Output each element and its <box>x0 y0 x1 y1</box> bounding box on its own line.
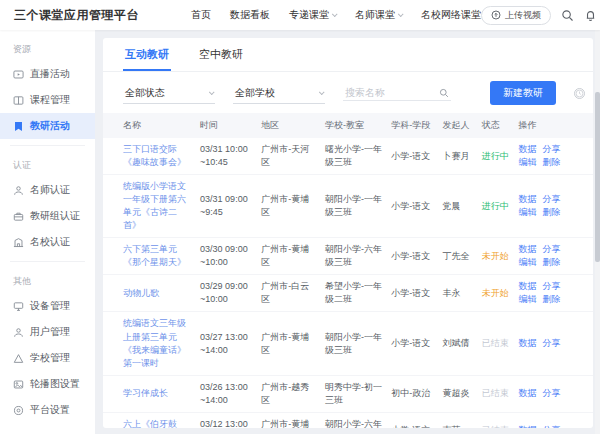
school-filter-value: 全部学校 <box>235 86 275 100</box>
content-card: 互动教研 空中教研 全部状态 全部学校 <box>103 38 593 428</box>
row-region: 广州市-天河区 <box>257 138 321 175</box>
row-name-link[interactable]: 六下第三单元《那个星期天》 <box>103 238 196 275</box>
row-status-cell: 未开始 <box>478 238 515 275</box>
tab-interactive-research[interactable]: 互动教研 <box>123 38 171 71</box>
status-filter-value: 全部状态 <box>125 86 165 100</box>
nav-item-label: 数据看板 <box>230 8 270 22</box>
chevron-down-icon <box>332 11 338 17</box>
sidebar-item-teacher-cert[interactable]: 名师认证 <box>0 177 95 203</box>
delete-action[interactable]: 删除 <box>543 156 561 169</box>
help-clock-icon[interactable] <box>574 88 585 99</box>
row-time: 03/26 13:00 ~14:00 <box>196 375 257 412</box>
column-header-0: 名称 <box>103 113 196 138</box>
filter-bar: 全部状态 全部学校 新建教研 <box>103 72 593 113</box>
data-action[interactable]: 数据 <box>519 193 537 206</box>
page-scrollbar[interactable] <box>595 30 600 434</box>
row-time: 03/29 09:00 ~10:00 <box>196 275 257 312</box>
row-name-link[interactable]: 统编版小学语文一年级下册第六单元《古诗二首》 <box>103 175 196 238</box>
share-action[interactable]: 分享 <box>543 424 561 428</box>
sidebar-item-carousel[interactable]: 轮播图设置 <box>0 371 95 397</box>
sidebar-item-platform[interactable]: 平台设置 <box>0 397 95 423</box>
gear-icon <box>13 405 24 416</box>
data-action[interactable]: 数据 <box>519 243 537 256</box>
data-action[interactable]: 数据 <box>519 337 537 350</box>
share-action[interactable]: 分享 <box>543 143 561 156</box>
sidebar-item-live[interactable]: 直播活动 <box>0 61 95 87</box>
row-time: 03/12 13:00 ~14:00 <box>196 412 257 428</box>
status-filter-select[interactable]: 全部状态 <box>123 83 215 104</box>
row-actions-cell: 数据分享 <box>515 312 593 375</box>
nav-item-school-network-class[interactable]: 名校网络课堂 <box>421 8 481 22</box>
sidebar-item-research[interactable]: 教研活动 <box>0 113 95 139</box>
row-name-link[interactable]: 三下口语交际《趣味故事会》 <box>103 138 196 175</box>
edit-action[interactable]: 编辑 <box>519 293 537 306</box>
share-action[interactable]: 分享 <box>543 193 561 206</box>
school-filter-select[interactable]: 全部学校 <box>233 83 325 104</box>
new-research-button[interactable]: 新建教研 <box>490 81 556 105</box>
row-region: 广州市-黄埔区 <box>257 412 321 428</box>
nav-item-teacher-class[interactable]: 名师课堂 <box>355 8 402 22</box>
column-header-2: 地区 <box>257 113 321 138</box>
building-icon <box>13 237 24 248</box>
live-video-icon <box>13 69 24 80</box>
sidebar-item-group-cert[interactable]: 教研组认证 <box>0 203 95 229</box>
search-input-icon[interactable] <box>439 88 449 98</box>
sidebar-section-label: 其他 <box>0 268 95 293</box>
share-action[interactable]: 分享 <box>543 337 561 350</box>
sidebar-item-label: 名校认证 <box>30 235 70 249</box>
upload-video-button[interactable]: 上传视频 <box>481 6 551 25</box>
row-name-link[interactable]: 统编语文三年级上册第三单元《我来编童话》第一课时 <box>103 312 196 375</box>
tab-bar: 互动教研 空中教研 <box>103 38 593 72</box>
sidebar-item-user[interactable]: 用户管理 <box>0 319 95 345</box>
status-badge: 已结束 <box>482 338 509 348</box>
edit-action[interactable]: 编辑 <box>519 206 537 219</box>
upload-video-label: 上传视频 <box>505 9 541 22</box>
edit-action[interactable]: 编辑 <box>519 256 537 269</box>
sidebar-item-school[interactable]: 学校管理 <box>0 345 95 371</box>
sidebar-item-label: 课程管理 <box>30 93 70 107</box>
data-action[interactable]: 数据 <box>519 424 537 428</box>
data-action[interactable]: 数据 <box>519 387 537 400</box>
data-action[interactable]: 数据 <box>519 143 537 156</box>
row-name-link[interactable]: 六上《伯牙鼓琴》 <box>103 412 196 428</box>
row-school-classroom: 曙光小学-一年级三班 <box>321 138 387 175</box>
row-region: 广州市-黄埔区 <box>257 312 321 375</box>
row-time: 03/30 09:00 ~10:00 <box>196 238 257 275</box>
chevron-down-icon <box>209 89 215 95</box>
carousel-image-icon <box>13 379 24 390</box>
row-region: 广州市-越秀区 <box>257 375 321 412</box>
nav-item-dashboard[interactable]: 数据看板 <box>230 8 270 22</box>
row-subject-stage: 初中-政治 <box>387 375 438 412</box>
row-status-cell: 进行中 <box>478 138 515 175</box>
row-actions-cell: 数据分享编辑删除 <box>515 238 593 275</box>
tab-air-research[interactable]: 空中教研 <box>197 38 245 71</box>
status-badge: 已结束 <box>482 425 509 428</box>
share-action[interactable]: 分享 <box>543 243 561 256</box>
sidebar-item-school-cert[interactable]: 名校认证 <box>0 229 95 255</box>
notification-bell-icon[interactable] <box>584 9 597 22</box>
row-subject-stage: 小学-语文 <box>387 238 438 275</box>
nav-item-delivery-class[interactable]: 专递课堂 <box>289 8 336 22</box>
nav-item-home[interactable]: 首页 <box>191 8 211 22</box>
row-name-link[interactable]: 学习伴成长 <box>103 375 196 412</box>
share-action[interactable]: 分享 <box>543 387 561 400</box>
delete-action[interactable]: 删除 <box>543 206 561 219</box>
sidebar-item-label: 轮播图设置 <box>30 377 80 391</box>
sidebar-item-device[interactable]: 设备管理 <box>0 293 95 319</box>
search-name-input[interactable] <box>345 87 435 98</box>
delete-action[interactable]: 删除 <box>543 256 561 269</box>
search-icon[interactable] <box>561 9 574 22</box>
row-status-cell: 进行中 <box>478 175 515 238</box>
row-name-link[interactable]: 动物儿歌 <box>103 275 196 312</box>
scrollbar-thumb[interactable] <box>595 92 600 262</box>
data-action[interactable]: 数据 <box>519 280 537 293</box>
row-initiator: 丰永 <box>439 275 478 312</box>
briefcase-icon <box>13 211 24 222</box>
share-action[interactable]: 分享 <box>543 280 561 293</box>
row-time: 03/31 10:00 ~10:45 <box>196 138 257 175</box>
sidebar-item-course[interactable]: 课程管理 <box>0 87 95 113</box>
edit-action[interactable]: 编辑 <box>519 156 537 169</box>
delete-action[interactable]: 删除 <box>543 293 561 306</box>
nav-item-label: 专递课堂 <box>289 8 329 22</box>
table-row: 动物儿歌03/29 09:00 ~10:00广州市-白云区希望小学-一年级二班小… <box>103 275 593 312</box>
